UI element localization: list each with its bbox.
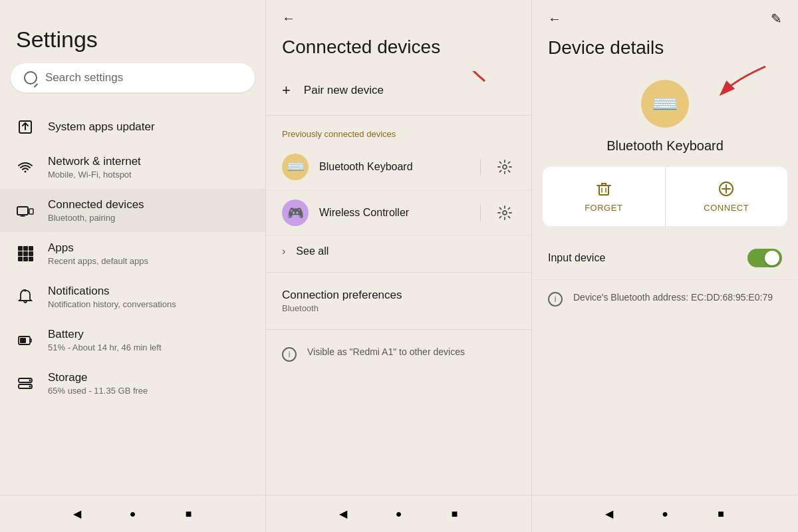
connected-devices-icon <box>16 201 35 220</box>
info-icon: i <box>282 347 297 362</box>
forget-label: FORGET <box>585 203 622 213</box>
wifi-icon <box>16 158 35 177</box>
apps-text: Apps Recent apps, default apps <box>48 241 148 266</box>
back-button-3[interactable]: ◀ <box>601 506 617 522</box>
connected-devices-panel: ← Connected devices + Pair new device Pr… <box>266 0 532 532</box>
edit-icon[interactable]: ✎ <box>771 11 782 27</box>
forget-button[interactable]: FORGET <box>543 167 666 226</box>
storage-icon <box>16 374 35 393</box>
input-device-label: Input device <box>548 252 605 264</box>
battery-icon <box>16 331 35 350</box>
svg-point-3 <box>25 289 27 291</box>
system-apps-title: System apps updater <box>48 120 155 134</box>
recent-button[interactable]: ■ <box>181 506 197 522</box>
sidebar-item-notifications[interactable]: Notifications Notification history, conv… <box>0 275 265 319</box>
keyboard-device-item[interactable]: ⌨️ Bluetooth Keyboard <box>266 144 531 190</box>
search-placeholder: Search settings <box>45 71 123 84</box>
divider-1 <box>266 115 531 116</box>
keyboard-settings-button[interactable] <box>494 156 515 178</box>
settings-panel: Settings Search settings System apps upd… <box>0 0 266 532</box>
pair-new-label: Pair new device <box>304 84 384 97</box>
divider-2 <box>266 272 531 273</box>
apps-title: Apps <box>48 241 148 255</box>
svg-rect-12 <box>599 186 608 195</box>
svg-rect-2 <box>29 209 33 214</box>
action-card: FORGET CONNECT <box>543 167 787 226</box>
bell-icon <box>16 288 35 307</box>
svg-point-10 <box>503 165 507 169</box>
recent-button-3[interactable]: ■ <box>713 506 729 522</box>
system-apps-text: System apps updater <box>48 120 155 134</box>
see-all-item[interactable]: › See all <box>266 236 531 267</box>
visibility-item: i Visible as "Redmi A1" to other devices <box>266 335 531 372</box>
storage-title: Storage <box>48 371 148 384</box>
network-subtitle: Mobile, Wi-Fi, hotspot <box>48 170 141 180</box>
toggle-knob <box>765 251 779 265</box>
device-details-name: Bluetooth Keyboard <box>532 138 798 154</box>
input-device-row: Input device <box>532 237 798 280</box>
svg-point-11 <box>503 211 507 215</box>
svg-rect-5 <box>20 338 26 343</box>
panel2-content: + Pair new device Previously connected d… <box>266 71 531 495</box>
recent-button-2[interactable]: ■ <box>447 506 463 522</box>
panel3-header: ← ✎ <box>532 0 798 32</box>
connect-button[interactable]: CONNECT <box>666 167 788 226</box>
connected-title: Connected devices <box>48 198 144 211</box>
home-button[interactable]: ● <box>125 506 141 522</box>
back-arrow-2[interactable]: ← <box>282 11 295 26</box>
home-button-2[interactable]: ● <box>391 506 407 522</box>
previously-connected-label: Previously connected devices <box>266 121 531 144</box>
nav-bar-2: ◀ ● ■ <box>266 495 531 532</box>
connected-devices-title: Connected devices <box>266 31 531 71</box>
controller-settings-button[interactable] <box>494 202 515 223</box>
settings-list: System apps updater Network & internet M… <box>0 103 265 495</box>
nav-bar-3: ◀ ● ■ <box>532 495 798 532</box>
controller-device-item[interactable]: 🎮 Wireless Controller <box>266 190 531 236</box>
sidebar-item-battery[interactable]: Battery 51% - About 14 hr, 46 min left <box>0 319 265 362</box>
sidebar-item-apps[interactable]: Apps Recent apps, default apps <box>0 232 265 275</box>
connection-prefs-title: Connection preferences <box>282 289 515 302</box>
device-details-icon: ⌨️ <box>641 80 689 128</box>
connection-prefs-item[interactable]: Connection preferences Bluetooth <box>266 278 531 324</box>
input-device-toggle[interactable] <box>747 249 782 267</box>
back-button-2[interactable]: ◀ <box>335 506 351 522</box>
sidebar-item-storage[interactable]: Storage 65% used - 11.35 GB free <box>0 362 265 405</box>
trash-icon <box>595 180 612 198</box>
keyboard-device-icon: ⌨️ <box>282 154 309 180</box>
search-bar[interactable]: Search settings <box>11 63 255 92</box>
back-button[interactable]: ◀ <box>69 506 85 522</box>
storage-subtitle: 65% used - 11.35 GB free <box>48 386 148 396</box>
chevron-right-icon: › <box>282 245 285 257</box>
bt-info-icon: i <box>548 292 563 307</box>
battery-text: Battery 51% - About 14 hr, 46 min left <box>48 328 162 352</box>
notifications-title: Notifications <box>48 285 176 298</box>
panel2-header: ← <box>266 0 531 31</box>
sidebar-item-network[interactable]: Network & internet Mobile, Wi-Fi, hotspo… <box>0 146 265 189</box>
notifications-text: Notifications Notification history, conv… <box>48 285 176 309</box>
device-details-title: Device details <box>532 32 798 74</box>
battery-title: Battery <box>48 328 162 341</box>
sidebar-item-connected[interactable]: Connected devices Bluetooth, pairing <box>0 189 265 232</box>
svg-point-8 <box>29 379 31 381</box>
back-arrow-3[interactable]: ← <box>548 11 561 27</box>
pair-new-device-button[interactable]: + Pair new device <box>266 71 531 110</box>
home-button-3[interactable]: ● <box>657 506 673 522</box>
battery-subtitle: 51% - About 14 hr, 46 min left <box>48 342 162 352</box>
settings-title: Settings <box>0 0 265 63</box>
controller-device-divider <box>480 205 481 221</box>
apps-grid-icon <box>16 245 35 263</box>
bt-address-row: i Device's Bluetooth address: EC:DD:68:9… <box>532 280 798 317</box>
controller-device-name: Wireless Controller <box>319 207 467 219</box>
divider-3 <box>266 329 531 330</box>
network-text: Network & internet Mobile, Wi-Fi, hotspo… <box>48 155 141 180</box>
notifications-subtitle: Notification history, conversations <box>48 299 176 309</box>
connect-label: CONNECT <box>704 203 749 213</box>
controller-device-icon: 🎮 <box>282 200 309 226</box>
connect-icon <box>718 180 735 198</box>
sidebar-item-system-apps[interactable]: System apps updater <box>0 108 265 146</box>
apps-subtitle: Recent apps, default apps <box>48 256 148 266</box>
device-details-icon-wrap: ⌨️ <box>532 80 798 128</box>
storage-text: Storage 65% used - 11.35 GB free <box>48 371 148 396</box>
bt-address-text: Device's Bluetooth address: EC:DD:68:95:… <box>573 291 773 305</box>
svg-rect-1 <box>17 207 28 215</box>
